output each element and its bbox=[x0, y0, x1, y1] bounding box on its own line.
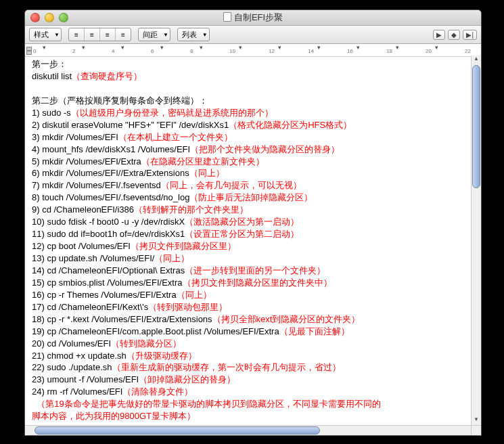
scroll-up-icon[interactable]: ▲ bbox=[472, 56, 481, 65]
align-right-icon[interactable]: ≡ bbox=[100, 28, 116, 41]
text-line: 22) sudo ./update.sh（重新生成新的驱动缓存，第一次时会有几句… bbox=[32, 361, 465, 374]
nav-controls: ▶ ◆ ▶| bbox=[433, 30, 477, 40]
text-line: 10) sudo fdisk -f boot0 -u -y /dev/rdisk… bbox=[32, 216, 465, 228]
text-line: 19) cp /ChameleonEFI/com.apple.Boot.plis… bbox=[32, 326, 465, 338]
align-center-icon[interactable]: ≡ bbox=[85, 28, 100, 41]
text-line: 20) cd /Volumes/EFI（转到隐藏分区） bbox=[32, 338, 465, 350]
scroll-down-icon[interactable]: ▼ bbox=[472, 416, 481, 426]
titlebar[interactable]: 自制EFI步聚 bbox=[25, 10, 481, 26]
text-line: 8) touch /Volumes/EFI/.fseventsd/no_log（… bbox=[32, 192, 465, 204]
horizontal-scrollbar[interactable] bbox=[25, 425, 472, 435]
text-line: diskutil list（查询硬盘序号） bbox=[32, 70, 465, 83]
play-forward-icon[interactable]: ▶ bbox=[433, 30, 445, 40]
scroll-thumb[interactable] bbox=[35, 426, 320, 435]
text-line: 16) cp -r Themes /Volumes/EFI/Extra（同上） bbox=[32, 289, 465, 301]
text-line: 5) mkdir /Volumes/EFI/Extra（在隐藏分区里建立新文件夹… bbox=[32, 156, 465, 168]
document-content[interactable]: 第一步： diskutil list（查询硬盘序号） 第二步（严格按顺序复制每条… bbox=[25, 56, 472, 426]
text-line: 21) chmod +x update.sh（升级驱动缓存） bbox=[32, 350, 465, 362]
text-line: 2) diskutil eraseVolume "HFS+" "EFI" /de… bbox=[32, 119, 465, 131]
text-line: 12) cp boot /Volumes/EFI（拷贝文件到隐藏分区里） bbox=[32, 240, 465, 252]
alignment-segmented[interactable]: ≡ ≡ ≡ ≡ bbox=[68, 28, 131, 41]
text-line: 7) mkdir /Volumes/EFI/.fseventsd（同上，会有几句… bbox=[32, 179, 465, 192]
text-line: 第一步： bbox=[32, 58, 465, 70]
skip-icon[interactable]: ▶| bbox=[463, 30, 477, 40]
text-line: 24) rm -rf /Volumes/EFI（清除替身文件） bbox=[32, 386, 465, 398]
text-line: 11) sudo dd if=boot1h of=/dev/rdiskXs1（设… bbox=[32, 228, 465, 240]
document-icon bbox=[223, 12, 231, 22]
text-line: 1) sudo -s（以超级用户身份登录，密码就是进系统用的那个） bbox=[32, 107, 465, 119]
text-line: 3) mkdir /Volumes/EFI（在本机上建立一个文件夹） bbox=[32, 131, 465, 143]
resize-corner-icon[interactable] bbox=[471, 425, 481, 435]
text-line: 9) cd /ChameleonEFI/i386（转到解开的那个文件夹里） bbox=[32, 204, 465, 216]
window-title: 自制EFI步聚 bbox=[25, 12, 481, 24]
text-line bbox=[32, 83, 465, 95]
record-icon[interactable]: ◆ bbox=[448, 30, 460, 40]
text-line: （第19条命令是把事先做好的带显卡驱动的脚本拷贝到隐藏分区，不同显卡需要用不同的 bbox=[32, 398, 465, 410]
window: 自制EFI步聚 样式 ▼ ≡ ≡ ≡ ≡ 间距 ▼ 列表 ▼ ▶ ◆ ▶| bbox=[24, 9, 482, 436]
list-dropdown[interactable]: 列表 ▼ bbox=[177, 28, 210, 41]
text-line: 18) cp -r *.kext /Volumes/EFI/Extra/Exte… bbox=[32, 313, 465, 326]
text-line: 6) mkdir /Volumes/EFI//Extra/Extensions（… bbox=[32, 167, 465, 179]
align-left-icon[interactable]: ≡ bbox=[69, 28, 85, 41]
text-line: 13) cp update.sh /Volumes/EFI/（同上） bbox=[32, 252, 465, 265]
text-line: 脚本内容，此为我用的9800GT显卡脚本） bbox=[32, 410, 465, 422]
text-line: 第二步（严格按顺序复制每条命令到终端）： bbox=[32, 95, 465, 107]
margin-marker-icon[interactable] bbox=[26, 51, 32, 55]
align-justify-icon[interactable]: ≡ bbox=[116, 28, 131, 41]
chevron-down-icon: ▼ bbox=[163, 32, 168, 38]
text-line: 17) cd /ChameleonEFI/Kext\'s（转到驱动包那里） bbox=[32, 301, 465, 313]
text-line: 23) umount -f /Volumes/EFI（卸掉隐藏分区的替身） bbox=[32, 374, 465, 386]
chevron-down-icon: ▼ bbox=[202, 32, 208, 38]
spacing-dropdown[interactable]: 间距 ▼ bbox=[138, 28, 170, 41]
vertical-scrollbar[interactable]: ▲ ▼ bbox=[471, 56, 481, 426]
chevron-down-icon: ▼ bbox=[54, 32, 60, 38]
style-dropdown[interactable]: 样式 ▼ bbox=[29, 28, 62, 41]
text-line: 14) cd /ChameleonEFI/Optional\ Extras（进一… bbox=[32, 265, 465, 277]
scroll-thumb[interactable] bbox=[472, 65, 480, 188]
text-line: 15) cp smbios.plist /Volumes/EFI/Extra（拷… bbox=[32, 277, 465, 289]
toolbar: 样式 ▼ ≡ ≡ ≡ ≡ 间距 ▼ 列表 ▼ ▶ ◆ ▶| bbox=[25, 26, 481, 44]
text-line: 4) mount_hfs /dev/diskXs1 /Volumes/EFI（把… bbox=[32, 143, 465, 156]
